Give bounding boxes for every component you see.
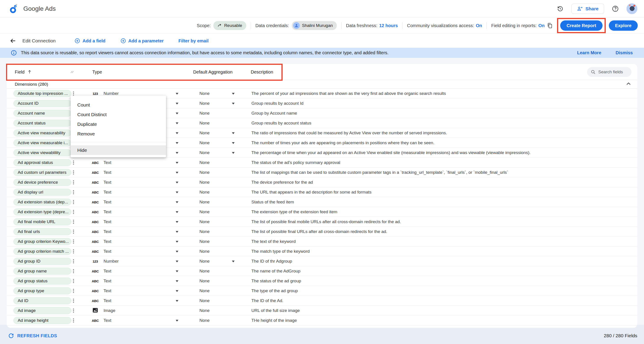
type-dropdown-arrow-icon[interactable]: [176, 270, 178, 272]
explore-button[interactable]: Explore: [609, 21, 638, 31]
column-resize-icon[interactable]: [70, 69, 74, 75]
type-dropdown-arrow-icon[interactable]: [176, 113, 178, 114]
field-chip[interactable]: Account status: [14, 120, 71, 127]
menu-item-remove[interactable]: Remove: [70, 129, 166, 139]
field-chip[interactable]: Ad group name: [14, 267, 71, 274]
column-header-description[interactable]: Description: [251, 69, 273, 75]
field-chip[interactable]: Active view measurable i...: [14, 139, 71, 146]
field-chip[interactable]: Absolute top impression ...: [14, 90, 71, 97]
community-viz-value[interactable]: On: [476, 23, 482, 28]
field-chip[interactable]: Account name: [14, 110, 71, 117]
more-options-icon[interactable]: [72, 248, 75, 255]
more-options-icon[interactable]: [72, 267, 75, 275]
field-chip[interactable]: Ad custom url parameters: [14, 169, 71, 176]
more-options-icon[interactable]: [72, 238, 75, 245]
field-chip[interactable]: Ad final mobile URL: [14, 218, 71, 225]
field-chip[interactable]: Ad group status: [14, 277, 71, 284]
more-options-icon[interactable]: [72, 258, 75, 265]
aggregation-dropdown-arrow-icon[interactable]: [232, 142, 234, 144]
field-chip[interactable]: Active view measurability: [14, 129, 71, 136]
more-options-icon[interactable]: [72, 198, 75, 206]
learn-more-link[interactable]: Learn More: [577, 50, 601, 55]
field-chip[interactable]: Ad approval status: [14, 159, 71, 166]
version-history-icon[interactable]: [555, 4, 565, 14]
type-dropdown-arrow-icon[interactable]: [176, 320, 178, 321]
copy-icon[interactable]: [547, 23, 553, 29]
field-chip[interactable]: Ad ID: [14, 297, 71, 304]
field-chip[interactable]: Ad group criterion match ...: [14, 248, 71, 255]
field-chip[interactable]: Ad extension status (dep...: [14, 198, 71, 205]
edit-connection-link[interactable]: Edit Connection: [22, 38, 56, 44]
column-header-field[interactable]: Field: [15, 69, 32, 75]
more-options-icon[interactable]: [72, 297, 75, 304]
field-chip[interactable]: Ad extension type (depre...: [14, 208, 71, 215]
column-header-type[interactable]: Type: [92, 69, 102, 75]
field-chip[interactable]: Ad image height: [14, 317, 71, 324]
more-options-icon[interactable]: [72, 317, 75, 324]
field-chip[interactable]: Account ID: [14, 100, 71, 107]
aggregation-dropdown-arrow-icon[interactable]: [232, 261, 234, 262]
type-dropdown-arrow-icon[interactable]: [176, 251, 178, 252]
more-options-icon[interactable]: [72, 307, 75, 314]
type-dropdown-arrow-icon[interactable]: [176, 162, 178, 164]
type-dropdown-arrow-icon[interactable]: [176, 300, 178, 302]
aggregation-dropdown-arrow-icon[interactable]: [232, 93, 234, 95]
user-avatar[interactable]: [626, 3, 637, 14]
menu-item-count[interactable]: Count: [70, 100, 166, 110]
more-options-icon[interactable]: [72, 179, 75, 186]
field-chip[interactable]: Ad group type: [14, 287, 71, 294]
more-options-icon[interactable]: [72, 277, 75, 284]
type-dropdown-arrow-icon[interactable]: [176, 231, 178, 233]
create-report-button[interactable]: Create Report: [560, 21, 602, 31]
type-dropdown-arrow-icon[interactable]: [176, 191, 178, 193]
back-arrow-icon[interactable]: [8, 36, 18, 46]
field-chip[interactable]: Ad device preference: [14, 179, 71, 186]
more-options-icon[interactable]: [72, 189, 75, 196]
type-dropdown-arrow-icon[interactable]: [176, 280, 178, 282]
scope-reusable-chip[interactable]: Reusable: [213, 21, 246, 30]
type-dropdown-arrow-icon[interactable]: [176, 103, 178, 105]
share-button[interactable]: Share: [572, 4, 604, 14]
type-dropdown-arrow-icon[interactable]: [176, 290, 178, 292]
credentials-chip[interactable]: Shalini Murugan: [292, 21, 337, 30]
type-dropdown-arrow-icon[interactable]: [176, 182, 178, 183]
menu-item-duplicate[interactable]: Duplicate: [70, 119, 166, 129]
type-dropdown-arrow-icon[interactable]: [176, 221, 178, 223]
more-options-icon[interactable]: [72, 159, 75, 166]
help-icon[interactable]: [610, 4, 620, 14]
type-dropdown-arrow-icon[interactable]: [176, 152, 178, 154]
type-dropdown-arrow-icon[interactable]: [176, 142, 178, 144]
field-editing-value[interactable]: On: [538, 23, 545, 28]
type-dropdown-arrow-icon[interactable]: [176, 172, 178, 174]
filter-by-email-button[interactable]: Filter by email: [178, 38, 208, 44]
field-chip[interactable]: Ad group criterion Keywo...: [14, 238, 71, 245]
menu-item-count-distinct[interactable]: Count Distinct: [70, 110, 166, 119]
field-chip[interactable]: Ad final urls: [14, 228, 71, 235]
chevron-up-icon[interactable]: [626, 81, 632, 88]
more-options-icon[interactable]: [72, 218, 75, 225]
add-parameter-button[interactable]: Add a parameter: [120, 38, 164, 44]
type-dropdown-arrow-icon[interactable]: [176, 241, 178, 243]
aggregation-dropdown-arrow-icon[interactable]: [232, 152, 234, 154]
type-dropdown-arrow-icon[interactable]: [176, 122, 178, 124]
menu-item-hide[interactable]: Hide: [70, 145, 166, 155]
dismiss-link[interactable]: Dismiss: [616, 50, 633, 55]
aggregation-dropdown-arrow-icon[interactable]: [232, 103, 234, 105]
type-dropdown-arrow-icon[interactable]: [176, 93, 178, 95]
type-dropdown-arrow-icon[interactable]: [176, 201, 178, 203]
more-options-icon[interactable]: [72, 287, 75, 294]
field-chip[interactable]: Active view viewablility: [14, 149, 71, 156]
add-field-button[interactable]: Add a field: [74, 38, 105, 44]
search-fields-input[interactable]: [598, 69, 627, 75]
refresh-fields-button[interactable]: REFRESH FIELDS: [8, 333, 57, 339]
freshness-value[interactable]: 12 hours: [379, 23, 398, 28]
more-options-icon[interactable]: [72, 169, 75, 176]
field-chip[interactable]: Ad display url: [14, 189, 71, 196]
type-dropdown-arrow-icon[interactable]: [176, 132, 178, 134]
column-header-aggregation[interactable]: Default Aggregation: [193, 69, 232, 75]
type-dropdown-arrow-icon[interactable]: [176, 261, 178, 262]
more-options-icon[interactable]: [72, 208, 75, 215]
aggregation-dropdown-arrow-icon[interactable]: [232, 132, 234, 134]
field-chip[interactable]: Ad group ID: [14, 258, 71, 265]
type-dropdown-arrow-icon[interactable]: [176, 211, 178, 213]
